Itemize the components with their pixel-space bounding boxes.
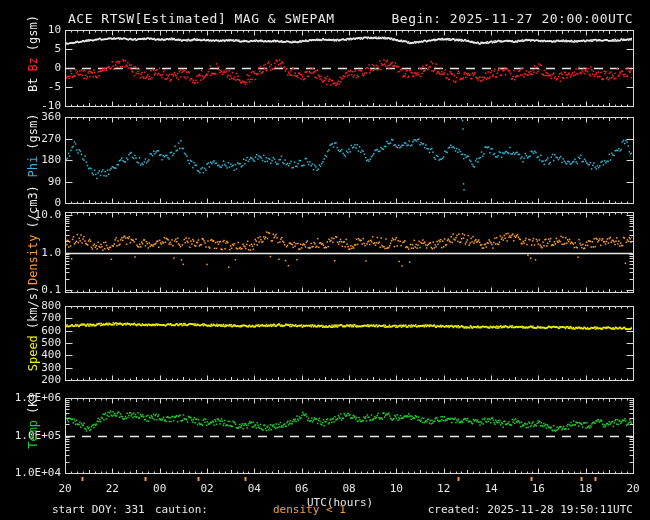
speed-units-label: (km/s) (26, 286, 40, 329)
temp-units-label: (K) (26, 392, 40, 414)
page-title: ACE RTSW[Estimated] MAG & SWEPAM (68, 11, 334, 26)
caution-value: density < 1 (273, 503, 346, 516)
bz-label: Bz (26, 57, 40, 71)
bt-label: Bt (26, 78, 40, 92)
phi-units-label: (gsm) (26, 114, 40, 150)
density-units-label: (/cm3) (26, 185, 40, 228)
density-label: Density (26, 235, 40, 286)
created-timestamp: created: 2025-11-28 19:50:11UTC (428, 503, 633, 516)
start-doy-text: start DOY: 331 (52, 503, 145, 516)
y-axis-label-temp: Temp(K) (12, 370, 28, 500)
mag-units-label: (gsm) (26, 15, 40, 51)
caution-label: caution: (155, 503, 208, 516)
speed-label: Speed (26, 335, 40, 371)
plot-canvas (0, 0, 650, 520)
phi-label: Phi (26, 156, 40, 178)
begin-timestamp: Begin: 2025-11-27 20:00:00UTC (392, 11, 633, 26)
temp-label: Temp (26, 420, 40, 449)
ace-rtsw-plot: ACE RTSW[Estimated] MAG & SWEPAM Begin: … (0, 0, 650, 520)
